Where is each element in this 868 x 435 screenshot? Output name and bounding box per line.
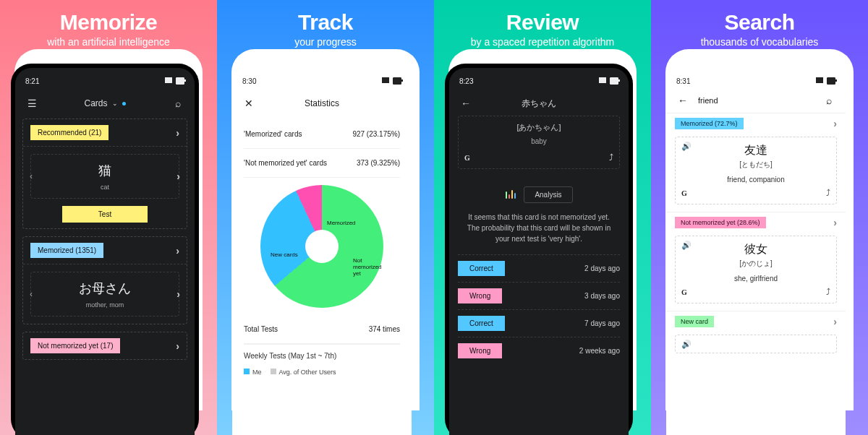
stat-memorized: 'Memorized' cards927 (23.175%)	[244, 120, 400, 149]
result-card[interactable]: 🔊 彼女 [かのじょ] she, girlfriend G ⤴	[675, 236, 837, 303]
timestamp: 7 days ago	[584, 319, 620, 327]
panel-memorize: Memorize with an artificial intelligence…	[0, 0, 217, 435]
result-chip: Wrong	[458, 288, 502, 303]
donut-label-notmem: Not memorized yet	[353, 257, 383, 277]
clock: 8:23	[459, 77, 473, 85]
headword: 友達	[681, 143, 830, 158]
new-card-chip: New card	[675, 316, 714, 327]
group-recommended[interactable]: Recommended (21) ›	[23, 119, 187, 147]
timestamp: 2 weeks ago	[579, 347, 620, 355]
clock: 8:31	[676, 77, 690, 85]
reading: [ともだち]	[681, 160, 830, 170]
back-icon[interactable]: ←	[459, 97, 472, 110]
card-back: mother, mom	[86, 301, 124, 309]
google-icon[interactable]: G	[681, 288, 687, 296]
group-memorized[interactable]: Memorized (1351) ›	[23, 237, 187, 264]
chevron-right-icon: ›	[176, 127, 179, 139]
sound-icon[interactable]: 🔊	[681, 340, 692, 349]
group-not-memorized[interactable]: Not memorized yet (17) ›	[22, 332, 187, 360]
clock: 8:21	[25, 77, 39, 85]
panel-title: Review	[506, 10, 579, 35]
top-bar: ← 赤ちゃん	[449, 88, 629, 116]
not-memorized-chip: Not memorized yet (17)	[30, 338, 120, 353]
meaning: friend, companion	[681, 176, 830, 184]
flashcard-recommended[interactable]: ‹ 猫 cat ›	[30, 154, 179, 199]
chevron-right-icon: ›	[833, 118, 837, 129]
status-bar: 8:21	[15, 68, 195, 88]
result-chip: Wrong	[458, 343, 502, 358]
memorized-chip: Memorized (1351)	[30, 243, 103, 258]
group-memorized[interactable]: Memorized (72.7%) ›	[666, 113, 846, 134]
timestamp: 2 days ago	[584, 264, 620, 272]
panel-track: Track your progress 8:30 ✕ Statistics	[217, 0, 434, 435]
google-icon[interactable]: G	[681, 189, 687, 197]
group-new-card[interactable]: New card ›	[666, 311, 846, 332]
weekly-tests-heading: Weekly Tests (May 1st ~ 7th)	[244, 344, 400, 363]
close-icon[interactable]: ✕	[242, 97, 255, 110]
page-title: Statistics	[305, 98, 339, 108]
status-bar: 8:31	[666, 68, 846, 88]
not-memorized-chip: Not memorized yet (28.6%)	[675, 217, 766, 228]
history-row: Correct 7 days ago	[458, 309, 620, 337]
sound-icon[interactable]: 🔊	[681, 241, 692, 250]
prev-card-icon[interactable]: ‹	[30, 171, 33, 181]
chevron-right-icon: ›	[176, 245, 179, 257]
reading: [かのじょ]	[681, 259, 830, 269]
result-chip: Correct	[458, 261, 505, 276]
phone-frame: 8:30 ✕ Statistics 'Memorized' cards927 (…	[228, 64, 416, 435]
filter-icon[interactable]: ☰	[25, 97, 38, 110]
card-front: お母さん	[79, 280, 131, 297]
next-card-icon[interactable]: ›	[176, 171, 180, 182]
donut-label-memorized: Memorized	[327, 220, 356, 226]
share-icon[interactable]: ⤴	[826, 287, 830, 297]
marketing-carousel: Memorize with an artificial intelligence…	[0, 0, 868, 435]
result-card[interactable]: 🔊 友達 [ともだち] friend, companion G ⤴	[675, 137, 837, 204]
next-card-icon[interactable]: ›	[176, 288, 180, 300]
history-row: Correct 2 days ago	[458, 254, 620, 282]
donut-chart: Memorized Not memorized yet New cards	[260, 185, 383, 308]
status-bar: 8:30	[232, 68, 412, 88]
panel-search: Search thousands of vocabularies 8:31 ← …	[651, 0, 868, 435]
panel-title: Search	[724, 10, 794, 35]
history-row: Wrong 3 days ago	[458, 282, 620, 309]
phone-frame: 8:21 ☰ Cards⌄ ⌕ Recommended (21)	[11, 64, 199, 435]
search-icon[interactable]: ⌕	[171, 97, 184, 110]
google-icon[interactable]: G	[464, 154, 470, 162]
card-title: 赤ちゃん	[522, 98, 556, 110]
search-input[interactable]	[697, 95, 815, 105]
chevron-right-icon: ›	[176, 340, 179, 352]
group-not-memorized[interactable]: Not memorized yet (28.6%) ›	[666, 212, 846, 233]
status-bar: 8:23	[449, 68, 629, 88]
card-back: cat	[101, 184, 109, 191]
recommended-chip: Recommended (21)	[30, 125, 109, 140]
phone-frame: 8:23 ← 赤ちゃん [あかちゃん] baby G	[445, 64, 633, 435]
flashcard: [あかちゃん] baby G ⤴	[458, 116, 620, 169]
timestamp: 3 days ago	[584, 292, 620, 300]
share-icon[interactable]: ⤴	[609, 152, 613, 163]
share-icon[interactable]: ⤴	[826, 188, 830, 198]
analysis-button[interactable]: Analysis	[524, 186, 572, 203]
reading: [あかちゃん]	[516, 122, 561, 133]
bars-icon	[505, 190, 516, 200]
meaning: she, girlfriend	[681, 275, 830, 283]
phone-frame: 8:31 ← ⌕ Memorized (72.7%) ›	[662, 64, 850, 435]
clock: 8:30	[242, 77, 256, 85]
top-bar: ✕ Statistics	[232, 88, 412, 116]
search-bar: ← ⌕	[666, 88, 846, 113]
prev-card-icon[interactable]: ‹	[30, 289, 33, 299]
panel-title: Track	[298, 10, 353, 35]
result-card[interactable]: 🔊	[675, 335, 837, 353]
deck-dropdown[interactable]: Cards⌄	[84, 98, 125, 108]
chevron-right-icon: ›	[833, 217, 837, 228]
search-icon[interactable]: ⌕	[822, 94, 835, 107]
top-bar: ☰ Cards⌄ ⌕	[15, 88, 195, 116]
panel-review: Review by a spaced repetition algorithm …	[434, 0, 651, 435]
headword: 彼女	[681, 242, 830, 257]
flashcard-memorized[interactable]: ‹ お母さん mother, mom ›	[30, 272, 179, 316]
back-icon[interactable]: ←	[676, 94, 689, 107]
card-front: 猫	[98, 162, 111, 179]
stat-not-memorized: 'Not memorized yet' cards373 (9.325%)	[244, 149, 400, 178]
sound-icon[interactable]: 🔊	[681, 142, 692, 151]
test-button[interactable]: Test	[23, 206, 187, 223]
panel-title: Memorize	[60, 10, 157, 35]
